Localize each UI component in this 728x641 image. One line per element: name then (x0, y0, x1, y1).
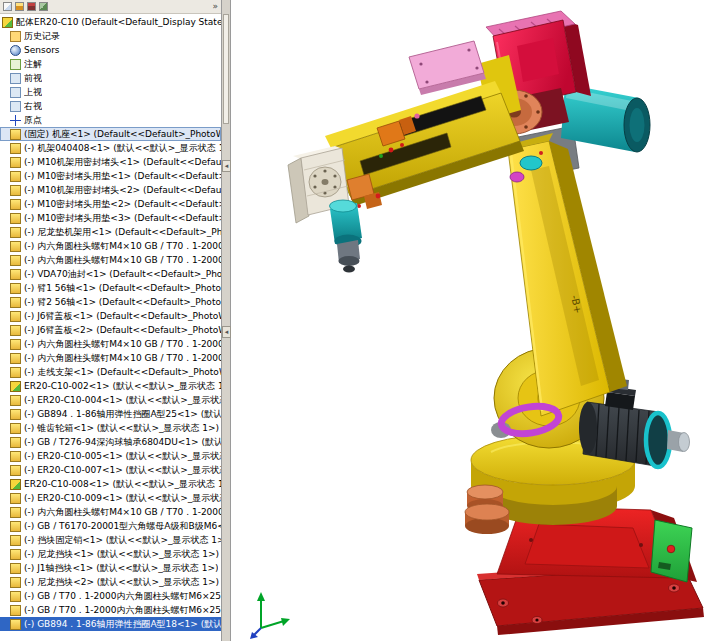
asm-icon (10, 381, 21, 392)
tree-item[interactable]: 前视 (0, 71, 221, 85)
part-icon (10, 227, 21, 238)
tree-item[interactable]: (-) 锥齿轮箱<1> (默认<<默认>_显示状态 1>) (0, 421, 221, 435)
tree-scrollbar[interactable]: ◂ ◂ (222, 0, 231, 641)
tree-item-label: (-) 走线支架<1> (Default<<Default>_PhotoWork (24, 366, 221, 379)
save-icon[interactable] (27, 2, 36, 11)
tree-item-label: 原点 (24, 114, 42, 127)
tree-item[interactable]: (-) GB / T70 . 1-2000内六角圆柱头螺钉M6×25<1 (0, 589, 221, 603)
tree-item[interactable]: (-) M10密封堵头用垫<3> (Default<<Default>_Ph (0, 211, 221, 225)
tree-item[interactable]: (-) GB894 . 1-86轴用弹性挡圈A型25<1> (默认<< (0, 407, 221, 421)
tree-item-label: (固定) 机座<1> (Default<<Default>_PhotoWorks (24, 128, 221, 141)
part-icon (10, 171, 21, 182)
panel-collapse-button[interactable]: ◂ (222, 326, 231, 338)
tree-item[interactable]: 历史记录 (0, 29, 221, 43)
tree-item[interactable]: (-) 尼龙挡块<1> (默认<<默认>_显示状态 1>) (0, 547, 221, 561)
tree-item-label: Sensors (24, 45, 60, 55)
tree-item[interactable]: (-) J1轴挡块<1> (默认<<默认>_显示状态 1>) (0, 561, 221, 575)
tree-item[interactable]: (-) M10密封堵头用垫<1> (Default<<Default>_Ph (0, 169, 221, 183)
tree-item-label: (-) M10机架用密封堵头<2> (Default<<Default>_F (24, 184, 221, 197)
pink-cover-plate[interactable] (409, 41, 486, 95)
tree-item[interactable]: (-) 尼龙挡块<2> (默认<<默认>_显示状态 1>) (0, 575, 221, 589)
tree-item[interactable]: (固定) 机座<1> (Default<<Default>_PhotoWorks (0, 127, 221, 141)
tree-item[interactable]: (-) GB894 . 1-86轴用弹性挡圈A型18<1> (默认< (0, 617, 221, 631)
tree-item[interactable]: (-) 臂1 56轴<1> (Default<<Default>_PhotoWo… (0, 281, 221, 295)
part-icon (10, 157, 21, 168)
origin-icon (10, 115, 21, 126)
spacer-discs[interactable] (465, 485, 509, 534)
tree-item[interactable]: (-) GB / T70 . 1-2000内六角圆柱头螺钉M6×25<2 (0, 603, 221, 617)
tree-item[interactable]: 上视 (0, 85, 221, 99)
sensors-icon (10, 45, 21, 56)
tree-item[interactable]: (-) M10机架用密封堵头<2> (Default<<Default>_F (0, 183, 221, 197)
graphics-viewport[interactable]: -B+ (231, 0, 728, 641)
part-icon (10, 353, 21, 364)
part-icon (10, 549, 21, 560)
file-icon[interactable] (3, 2, 12, 11)
part-icon (10, 241, 21, 252)
tree-item[interactable]: 注解 (0, 57, 221, 71)
tree-item[interactable]: Sensors (0, 43, 221, 57)
tree-item-label: (-) J6臂盖板<1> (Default<<Default>_PhotoWor… (24, 310, 221, 323)
tree-item-label: (-) ER20-C10-007<1> (默认<<默认>_显示状态 1 (24, 464, 221, 477)
tree-item[interactable]: (-) 内六角圆柱头螺钉M4×10 GB / T70 . 1-2000<2 (0, 253, 221, 267)
tree-item[interactable]: 配体ER20-C10 (Default<Default_Display Stat… (0, 15, 221, 29)
print-icon[interactable] (39, 2, 48, 11)
tree-item[interactable]: (-) 走线支架<1> (Default<<Default>_PhotoWork (0, 365, 221, 379)
tree-item[interactable]: (-) M10机架用密封堵头<1> (Default<<Default>_F (0, 155, 221, 169)
part-icon (10, 311, 21, 322)
tree-item-label: (-) J6臂盖板<2> (Default<<Default>_PhotoWor… (24, 324, 221, 337)
open-icon[interactable] (15, 2, 24, 11)
tree-item[interactable]: 右视 (0, 99, 221, 113)
tree-item[interactable]: (-) 内六角圆柱头螺钉M4×10 GB / T70 . 1-2000<9 (0, 351, 221, 365)
notes-icon (10, 59, 21, 70)
tree-item-label: (-) VDA70油封<1> (Default<<Default>_PhotoW… (24, 268, 221, 281)
tree-item[interactable]: (-) VDA70油封<1> (Default<<Default>_PhotoW… (0, 267, 221, 281)
panel-collapse-button[interactable]: ◂ (222, 160, 231, 172)
part-icon (10, 605, 21, 616)
tree-item[interactable]: (-) 挡块固定销<1> (默认<<默认>_显示状态 1>) (0, 533, 221, 547)
part-icon (10, 521, 21, 532)
tree-item-label: 右视 (24, 100, 42, 113)
tree-item-label: (-) 锥齿轮箱<1> (默认<<默认>_显示状态 1>) (24, 422, 219, 435)
tree-item[interactable]: ER20-C10-008<1> (默认<<默认>_显示状态 1> (0, 477, 221, 491)
folder-icon (10, 31, 21, 42)
tree-item-label: (-) M10密封堵头用垫<2> (Default<<Default>_Ph (24, 198, 221, 211)
scrollbar-thumb[interactable] (223, 14, 229, 124)
part-icon (10, 395, 21, 406)
part-icon (10, 423, 21, 434)
tree-item-label: (-) 尼龙垫机架用<1> (Default<<Default>_PhotoW (24, 226, 221, 239)
tree-item-label: 历史记录 (24, 30, 60, 43)
tree-item[interactable]: (-) ER20-C10-004<1> (默认<<默认>_显示状态 1 (0, 393, 221, 407)
tree-item[interactable]: (-) J6臂盖板<1> (Default<<Default>_PhotoWor… (0, 309, 221, 323)
tree-item-label: (-) GB / T70 . 1-2000内六角圆柱头螺钉M6×25<2 (24, 604, 221, 617)
toolbar-overflow-chevron[interactable]: » (212, 1, 218, 12)
tree-item-label: (-) 尼龙挡块<1> (默认<<默认>_显示状态 1>) (24, 548, 219, 561)
part-icon (10, 325, 21, 336)
tree-item-label: 前视 (24, 72, 42, 85)
tree-item-label: (-) 臂2 56轴<1> (Default<<Default>_PhotoWo… (24, 296, 221, 309)
base-green-plate[interactable] (651, 520, 692, 582)
tree-item[interactable]: 原点 (0, 113, 221, 127)
tree-item[interactable]: (-) ER20-C10-007<1> (默认<<默认>_显示状态 1 (0, 463, 221, 477)
solidworks-window: { "toolbar": { "chevron": "»", "icons": … (0, 0, 728, 641)
tree-item[interactable]: (-) GB / T6170-20001型六角螺母A级和B级M6<1 (0, 519, 221, 533)
tree-item[interactable]: (-) 尼龙垫机架用<1> (Default<<Default>_PhotoW (0, 225, 221, 239)
tree-item[interactable]: (-) GB / T276-94深沟球轴承6804DU<1> (默认< (0, 435, 221, 449)
tree-item[interactable]: (-) 臂2 56轴<1> (Default<<Default>_PhotoWo… (0, 295, 221, 309)
tree-item[interactable]: (-) M10密封堵头用垫<2> (Default<<Default>_Ph (0, 197, 221, 211)
robot-model: -B+ (231, 0, 728, 641)
tree-item-label: (-) M10密封堵头用垫<3> (Default<<Default>_Ph (24, 212, 221, 225)
tree-item[interactable]: (-) ER20-C10-005<1> (默认<<默认>_显示状态 1 (0, 449, 221, 463)
tree-item[interactable]: (-) ER20-C10-009<1> (默认<<默认>_显示状态 1 (0, 491, 221, 505)
tree-item[interactable]: (-) 内六角圆柱头螺钉M4×10 GB / T70 . 1-2000<1 (0, 239, 221, 253)
tree-item-label: (-) GB / T276-94深沟球轴承6804DU<1> (默认< (24, 436, 221, 449)
tree-item-label: (-) 内六角圆柱头螺钉M4×10 GB / T70 . 1-2000<9 (24, 352, 221, 365)
part-icon (10, 507, 21, 518)
tree-item-label: (-) 臂1 56轴<1> (Default<<Default>_PhotoWo… (24, 282, 221, 295)
part-icon (10, 213, 21, 224)
tree-item[interactable]: (-) 内六角圆柱头螺钉M4×10 GB / T70 . 1-2000<1 (0, 505, 221, 519)
tree-item[interactable]: ER20-C10-002<1> (默认<<默认>_显示状态 1> (0, 379, 221, 393)
tree-item[interactable]: (-) J6臂盖板<2> (Default<<Default>_PhotoWor… (0, 323, 221, 337)
tree-item[interactable]: (-) 机架040408<1> (默认<<默认>_显示状态 1>) (0, 141, 221, 155)
tree-item[interactable]: (-) 内六角圆柱头螺钉M4×10 GB / T70 . 1-2000<3 (0, 337, 221, 351)
